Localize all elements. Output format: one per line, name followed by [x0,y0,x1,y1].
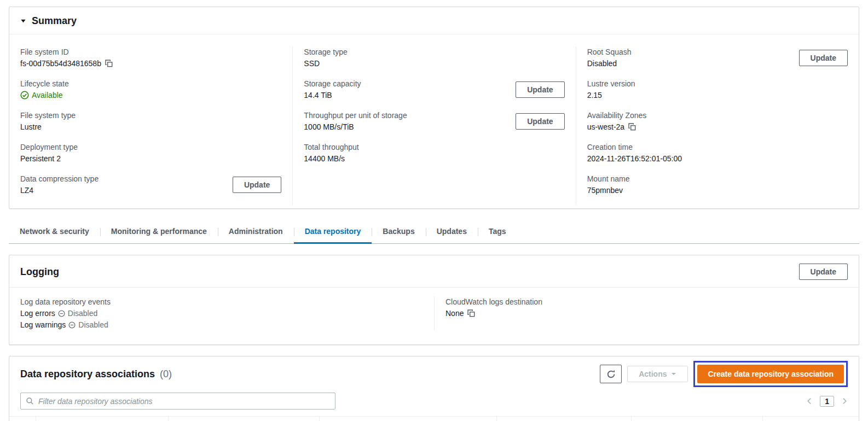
actions-button-label: Actions [639,369,667,379]
summary-title: Summary [32,15,77,27]
field-value: 75pmnbev [587,185,623,196]
field-value: Available [32,90,63,101]
field-total-throughput: Total throughput 14400 MB/s [304,142,564,164]
update-logging-button[interactable]: Update [799,264,848,280]
pagination: 1 [806,396,848,407]
summary-column-3: Root Squash Disabled Update Lustre versi… [576,46,859,205]
field-label: Availability Zones [587,110,848,121]
logging-events-label: Log data repository events [20,296,423,307]
create-data-repository-association-button[interactable]: Create data repository association [697,365,844,383]
log-row-value: Disabled [78,319,108,330]
tab-network-security[interactable]: Network & security [9,221,100,244]
field-storage-type: Storage type SSD [304,46,564,69]
field-label: Deployment type [20,142,281,153]
field-label: File system type [20,110,281,121]
field-value: 2024-11-26T16:52:01-05:00 [587,153,682,164]
summary-column-1: File system ID fs-00d75b54d3481658b Life… [9,46,292,205]
dra-title: Data repository associations (0) [20,369,172,380]
table-header: Association id File system path Data rep… [9,416,859,421]
refresh-icon [606,370,616,379]
field-value: Disabled [587,58,617,69]
search-icon [26,397,34,405]
copy-icon[interactable] [105,60,113,67]
field-value: 14.4 TiB [304,90,332,101]
field-label: File system ID [20,46,281,57]
field-label: Storage type [304,46,564,57]
field-label: Throughput per unit of storage [304,110,407,121]
update-throughput-button[interactable]: Update [516,113,564,130]
field-availability-zones: Availability Zones us-west-2a [587,110,848,132]
field-data-compression-type: Data compression type LZ4 Update [20,173,281,196]
tab-updates[interactable]: Updates [426,221,478,244]
logging-destination-column: CloudWatch logs destination None [434,296,859,330]
highlight-annotation: Create data repository association [693,361,848,387]
dra-controls: Actions Create data repository associati… [600,361,848,387]
logging-panel-header: Logging Update [9,255,859,288]
column-header-status[interactable]: Status [762,417,859,421]
field-label: Total throughput [304,142,564,153]
dra-toolbar: 1 [9,390,859,416]
tab-administration[interactable]: Administration [218,221,294,244]
field-value: SSD [304,58,320,69]
field-mount-name: Mount name 75pmnbev [587,173,848,196]
field-value: LZ4 [20,185,33,196]
field-root-squash: Root Squash Disabled Update [587,46,848,69]
tab-backups[interactable]: Backups [372,221,425,244]
update-compression-button[interactable]: Update [233,177,281,193]
log-row-label: Log errors [20,308,55,319]
log-row-label: Log warnings [20,319,66,330]
filter-input[interactable] [20,393,335,410]
logging-title: Logging [20,266,59,278]
copy-icon[interactable] [467,309,475,317]
field-value: Lustre [20,121,42,132]
tab-tags[interactable]: Tags [478,221,517,244]
logging-panel: Logging Update Log data repository event… [9,255,859,345]
collapse-icon[interactable] [20,18,26,24]
field-value: 1000 MB/s/TiB [304,121,354,132]
chevron-right-icon[interactable] [841,397,848,405]
select-all-cell [9,417,36,421]
column-header-import-policy[interactable]: Import policy [496,417,631,421]
summary-panel-header: Summary [9,7,859,34]
update-root-squash-button[interactable]: Update [799,50,848,66]
data-repository-associations-panel: Data repository associations (0) Actions… [9,356,859,421]
field-file-system-id: File system ID fs-00d75b54d3481658b [20,46,281,69]
log-row-value: Disabled [68,308,97,319]
column-header-file-system-path[interactable]: File system path [168,417,319,421]
field-file-system-type: File system type Lustre [20,110,281,132]
filter-box [20,393,335,410]
field-storage-capacity: Storage capacity 14.4 TiB Update [304,78,564,101]
field-label: Mount name [587,173,848,184]
summary-panel: Summary File system ID fs-00d75b54d34816… [9,7,859,209]
page-number[interactable]: 1 [820,396,834,407]
refresh-button[interactable] [600,365,622,383]
logging-content: Log data repository events Log errors Di… [9,288,859,344]
update-storage-capacity-button[interactable]: Update [516,81,564,98]
field-value: Persistent 2 [20,153,61,164]
log-errors-row: Log errors Disabled [20,308,423,319]
dra-count-badge: (0) [160,369,172,379]
destination-value: None [445,308,464,319]
tab-bar: Network & security Monitoring & performa… [9,221,859,244]
actions-button[interactable]: Actions [627,366,688,382]
field-value: us-west-2a [587,121,624,132]
copy-icon[interactable] [628,123,636,131]
log-warnings-row: Log warnings Disabled [20,319,423,330]
destination-label: CloudWatch logs destination [445,296,848,307]
minus-circle-icon [58,310,65,317]
column-header-association-id[interactable]: Association id [36,417,168,421]
column-header-export-policy[interactable]: Export policy [631,417,762,421]
field-lustre-version: Lustre version 2.15 [587,78,848,101]
minus-circle-icon [68,321,76,329]
check-circle-icon [20,91,29,100]
field-value: fs-00d75b54d3481658b [20,58,101,69]
column-header-data-repository-path[interactable]: Data repository path [319,417,496,421]
field-label: Creation time [587,142,848,153]
chevron-left-icon[interactable] [806,397,813,405]
field-throughput-per-unit: Throughput per unit of storage 1000 MB/s… [304,110,564,132]
tab-monitoring-performance[interactable]: Monitoring & performance [100,221,218,244]
caret-down-icon [671,371,676,377]
field-value: 2.15 [587,90,602,101]
field-deployment-type: Deployment type Persistent 2 [20,142,281,164]
tab-data-repository[interactable]: Data repository [294,221,372,244]
